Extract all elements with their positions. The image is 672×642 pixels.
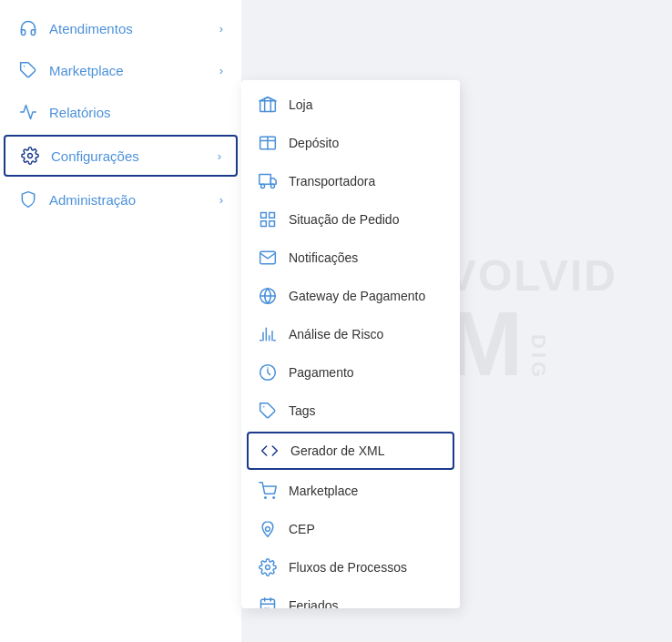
store-icon (258, 95, 278, 115)
xml-icon (260, 441, 280, 461)
submenu-item-analise-risco[interactable]: Análise de Risco (241, 315, 460, 353)
submenu-item-cep[interactable]: CEP (241, 510, 460, 548)
submenu-item-deposito[interactable]: Depósito (241, 124, 460, 162)
submenu-item-tags[interactable]: Tags (241, 392, 460, 430)
process-icon (258, 557, 278, 577)
submenu-item-pagamento[interactable]: Pagamento (241, 353, 460, 392)
submenu-item-gerador-xml[interactable]: Gerador de XML (247, 432, 454, 470)
submenu-situacao-pedido-label: Situação de Pedido (289, 212, 399, 227)
payment-icon (258, 362, 278, 382)
svg-rect-10 (261, 213, 267, 219)
sidebar-item-configuracoes-label: Configurações (51, 148, 207, 164)
sidebar-item-atendimentos[interactable]: Atendimentos › (0, 7, 241, 49)
svg-point-22 (266, 566, 270, 570)
submenu-loja-label: Loja (289, 97, 312, 112)
sidebar-item-relatorios-label: Relatórios (49, 105, 223, 120)
submenu-gateway-label: Gateway de Pagamento (289, 289, 425, 303)
svg-rect-2 (260, 101, 276, 112)
svg-point-8 (261, 184, 265, 188)
svg-marker-7 (270, 178, 276, 185)
svg-text:31: 31 (264, 606, 270, 608)
submenu-tags-label: Tags (289, 403, 316, 418)
submenu-transportadora-label: Transportadora (289, 174, 375, 189)
submenu-notificacoes-label: Notificações (289, 250, 358, 265)
sidebar-item-administracao-label: Administração (49, 192, 209, 208)
submenu-item-marketplace[interactable]: Marketplace (241, 472, 460, 510)
submenu-pagamento-label: Pagamento (289, 365, 354, 380)
svg-point-1 (28, 154, 33, 158)
tag-icon (18, 60, 38, 80)
truck-icon (258, 171, 278, 191)
submenu-item-notificacoes[interactable]: Notificações (241, 239, 460, 277)
chart-icon (18, 102, 38, 122)
svg-rect-12 (270, 221, 275, 227)
submenu-item-transportadora[interactable]: Transportadora (241, 162, 460, 200)
sidebar-item-marketplace-label: Marketplace (49, 63, 209, 78)
svg-point-20 (273, 497, 275, 499)
sidebar-item-relatorios[interactable]: Relatórios (0, 91, 241, 133)
submenu-marketplace-label: Marketplace (289, 484, 358, 498)
svg-point-9 (270, 184, 274, 188)
submenu-deposito-label: Depósito (289, 136, 339, 150)
sidebar-item-atendimentos-label: Atendimentos (49, 21, 209, 36)
submenu-fluxos-processos-label: Fluxos de Processos (289, 560, 407, 575)
submenu-item-feriados[interactable]: 31 Feriados (241, 586, 460, 608)
cart-icon (258, 481, 278, 501)
submenu-feriados-label: Feriados (289, 598, 338, 608)
submenu-gerador-xml-label: Gerador de XML (290, 443, 385, 458)
tags-icon (258, 401, 278, 421)
calendar-icon: 31 (258, 596, 278, 608)
watermark-logo: M DIG (447, 298, 617, 389)
location-icon (258, 519, 278, 539)
submenu-item-situacao-pedido[interactable]: Situação de Pedido (241, 200, 460, 239)
chevron-right-icon: › (219, 22, 223, 36)
submenu-item-gateway-pagamento[interactable]: Gateway de Pagamento (241, 277, 460, 315)
sidebar-item-administracao[interactable]: Administração › (0, 178, 241, 220)
chevron-right-icon-marketplace: › (219, 64, 223, 77)
svg-rect-13 (261, 221, 267, 227)
chevron-right-icon-admin: › (219, 193, 223, 207)
watermark-digital-text: DIG (526, 334, 550, 381)
submenu-item-fluxos-processos[interactable]: Fluxos de Processos (241, 548, 460, 586)
sidebar-item-marketplace[interactable]: Marketplace › (0, 49, 241, 91)
configuracoes-submenu: Loja Depósito Transportadora Situação de… (241, 80, 460, 608)
gateway-icon (258, 286, 278, 306)
submenu-cep-label: CEP (289, 522, 315, 536)
submenu-item-loja[interactable]: Loja (241, 86, 460, 124)
svg-rect-6 (260, 175, 271, 185)
headset-icon (18, 18, 38, 38)
submenu-analise-risco-label: Análise de Risco (289, 327, 383, 341)
risk-icon (258, 324, 278, 344)
shield-icon (18, 189, 38, 209)
watermark-dev-text: VOLVID (447, 254, 617, 298)
order-status-icon (258, 209, 278, 229)
svg-point-19 (265, 497, 267, 499)
mail-icon (258, 248, 278, 268)
watermark-background: VOLVID M DIG (447, 254, 617, 389)
svg-point-21 (266, 527, 270, 532)
deposit-icon (258, 133, 278, 153)
sidebar: Atendimentos › Marketplace › Relatórios … (0, 0, 241, 642)
sidebar-item-configuracoes[interactable]: Configurações › (4, 135, 238, 177)
chevron-right-icon-configuracoes: › (218, 149, 221, 163)
svg-rect-11 (270, 213, 275, 219)
gear-icon (20, 146, 40, 166)
